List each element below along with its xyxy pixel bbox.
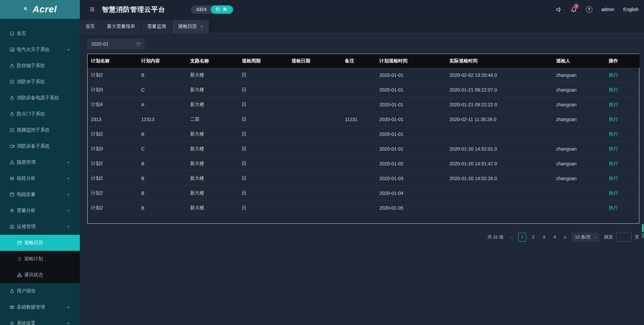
notifications-button[interactable]: 2 xyxy=(571,6,577,13)
table-cell: 新大楼 xyxy=(187,142,238,156)
tab-demand-monitor[interactable]: 需量监测 xyxy=(142,20,172,33)
execute-link[interactable]: 执行 xyxy=(609,205,618,210)
table-row: 计划2B新大楼日2020-01-022020-01-20 14:51:47.0z… xyxy=(88,156,640,171)
tab-max-demand-report[interactable]: 最大需量报表 xyxy=(101,20,141,33)
ops-icon xyxy=(9,224,15,229)
language-switcher[interactable]: English xyxy=(623,7,639,12)
sidebar-item-power-quality[interactable]: 电能质量 xyxy=(0,186,80,203)
sidebar-item-home[interactable]: 首页 xyxy=(0,25,80,42)
chevron-down-icon xyxy=(66,160,70,164)
table-cell xyxy=(288,186,341,201)
sidebar-item-hazard-mgmt[interactable]: 隐患管理 xyxy=(0,154,80,170)
table-cell: 新大楼 xyxy=(187,156,238,171)
table-cell: 新大楼 xyxy=(187,83,238,97)
sidebar-menu: 首页电气火灾子系统防排烟子系统消防水子系统消防设备电源子系统防火门子系统视频监控… xyxy=(0,25,80,325)
table-cell: zhangsan xyxy=(553,112,605,127)
table-cell: 12313 xyxy=(138,112,187,127)
sidebar-item-label: 巡检日历 xyxy=(24,240,43,246)
execute-link[interactable]: 执行 xyxy=(609,72,618,77)
sidebar-item-label: 通讯状态 xyxy=(24,272,43,278)
sidebar-item-user-report[interactable]: 用户报告 xyxy=(0,283,80,299)
table-cell: 计划2 xyxy=(88,156,138,171)
sidebar-item-label: 用户报告 xyxy=(17,288,36,294)
execute-link[interactable]: 执行 xyxy=(609,116,618,122)
submenu-item-patrol-plan[interactable]: 巡检计划 xyxy=(0,251,80,267)
table-cell: 日 xyxy=(238,156,288,171)
gear-icon xyxy=(9,321,15,325)
table-cell xyxy=(288,201,341,215)
help-icon[interactable]: ? xyxy=(586,6,592,13)
tab-home[interactable]: 首页 xyxy=(80,20,101,33)
table-cell: 2020-01-20 14:52:26.0 xyxy=(446,171,553,186)
column-header-6: 计划巡检时间 xyxy=(376,54,446,68)
user-menu[interactable]: admin xyxy=(601,7,614,12)
sidebar-item-video-monitor[interactable]: 视频监控子系统 xyxy=(0,122,80,138)
execute-link[interactable]: 执行 xyxy=(609,102,618,107)
page-size-select[interactable]: 10 条/页 ∨ xyxy=(572,232,599,242)
table-cell: 二层 xyxy=(187,112,238,127)
submenu-item-comm-status[interactable]: 通讯状态 xyxy=(0,267,80,283)
table-cell: 计划2 xyxy=(88,127,138,142)
app: Acrel 智慧消防管理云平台 4324 切 换 xyxy=(0,0,644,325)
execute-link[interactable]: 执行 xyxy=(609,146,618,151)
table-row: 231312313二层日112312020-01-012020-02-11 11… xyxy=(88,112,640,127)
execute-link[interactable]: 执行 xyxy=(609,161,618,166)
table-row: 计划4A新大楼日2020-01-012020-01-21 09:22:22.0z… xyxy=(88,97,640,112)
sidebar-item-system-settings[interactable]: 系统设置 xyxy=(0,315,80,325)
logo[interactable]: Acrel xyxy=(0,0,80,19)
sidebar-item-fire-equipment[interactable]: 消防设备子系统 xyxy=(0,138,80,154)
table-cell: 2020-02-02 13:20:44.0 xyxy=(446,68,553,83)
sidebar-item-electrical-fire[interactable]: 电气火灾子系统 xyxy=(0,42,80,58)
execute-link[interactable]: 执行 xyxy=(609,131,618,137)
patrol-table-wrap: 计划名称计划内容支路名称巡检周期巡检日期备注计划巡检时间实际巡检时间巡检人操作 … xyxy=(87,54,639,224)
page-button-1[interactable]: 1 xyxy=(518,233,526,241)
table-cell-action: 执行 xyxy=(605,68,640,83)
tab-label: 巡检日历 xyxy=(178,23,197,30)
table-cell: 新大楼 xyxy=(187,171,238,186)
sidebar-item-fire-door[interactable]: 防火门子系统 xyxy=(0,106,80,122)
table-cell xyxy=(288,83,341,97)
page-button-3[interactable]: 3 xyxy=(540,233,548,241)
chevron-down-icon xyxy=(66,176,70,180)
switch-station-button[interactable]: 切 换 xyxy=(211,5,233,14)
tab-label: 首页 xyxy=(86,23,95,30)
table-cell xyxy=(341,156,376,171)
submenu-item-patrol-calendar[interactable]: 巡检日历 xyxy=(0,235,80,251)
execute-link[interactable]: 执行 xyxy=(609,87,618,92)
table-cell: 计划2 xyxy=(88,171,138,186)
announcement-icon[interactable] xyxy=(555,6,561,13)
jump-to-page: 跳至 页 xyxy=(604,233,639,241)
sidebar-item-fire-water[interactable]: 消防水子系统 xyxy=(0,74,80,90)
jump-page-input[interactable] xyxy=(616,233,632,241)
scrollbar-thumb[interactable] xyxy=(642,233,644,238)
execute-link[interactable]: 执行 xyxy=(609,175,618,181)
sidebar-item-demand-analysis[interactable]: 需量分析 xyxy=(0,203,80,219)
close-icon[interactable]: × xyxy=(200,24,203,29)
sidebar-item-label: 巡检计划 xyxy=(24,256,43,262)
table-cell: zhangsan xyxy=(553,83,605,97)
sidebar-item-smoke-control[interactable]: 防排烟子系统 xyxy=(0,58,80,74)
execute-link[interactable]: 执行 xyxy=(609,190,618,196)
station-switcher: 4324 切 换 xyxy=(191,5,233,14)
next-page-button[interactable]: > xyxy=(563,235,567,240)
tab-bar: 首页最大需量报表需量监测巡检日历× xyxy=(80,19,644,34)
page-button-4[interactable]: 4 xyxy=(551,233,558,241)
table-cell xyxy=(553,201,605,215)
menu-fold-icon[interactable] xyxy=(89,6,95,12)
page-button-2[interactable]: 2 xyxy=(530,233,537,241)
page-title: 智慧消防管理云平台 xyxy=(102,5,165,14)
table-cell xyxy=(341,142,376,156)
sidebar-item-fire-power[interactable]: 消防设备电源子系统 xyxy=(0,90,80,106)
sidebar-item-ops-mgmt[interactable]: 运维管理 xyxy=(0,219,80,235)
tab-patrol-calendar[interactable]: 巡检日历× xyxy=(172,20,209,33)
table-cell xyxy=(341,127,376,142)
month-picker[interactable]: 2020-01 xyxy=(87,39,145,49)
patrol-table: 计划名称计划内容支路名称巡检周期巡检日期备注计划巡检时间实际巡检时间巡检人操作 … xyxy=(88,54,640,215)
table-cell-action: 执行 xyxy=(605,171,640,186)
prev-page-button[interactable]: < xyxy=(509,235,514,240)
scrollbar-thumb[interactable] xyxy=(642,224,644,232)
sidebar-item-base-data[interactable]: 基础数据管理 xyxy=(0,299,80,315)
warning-icon xyxy=(9,160,15,165)
sidebar-item-energy-analysis[interactable]: 能耗分析 xyxy=(0,170,80,186)
table-row: 计划2B新大楼日2020-01-01执行 xyxy=(88,127,640,142)
